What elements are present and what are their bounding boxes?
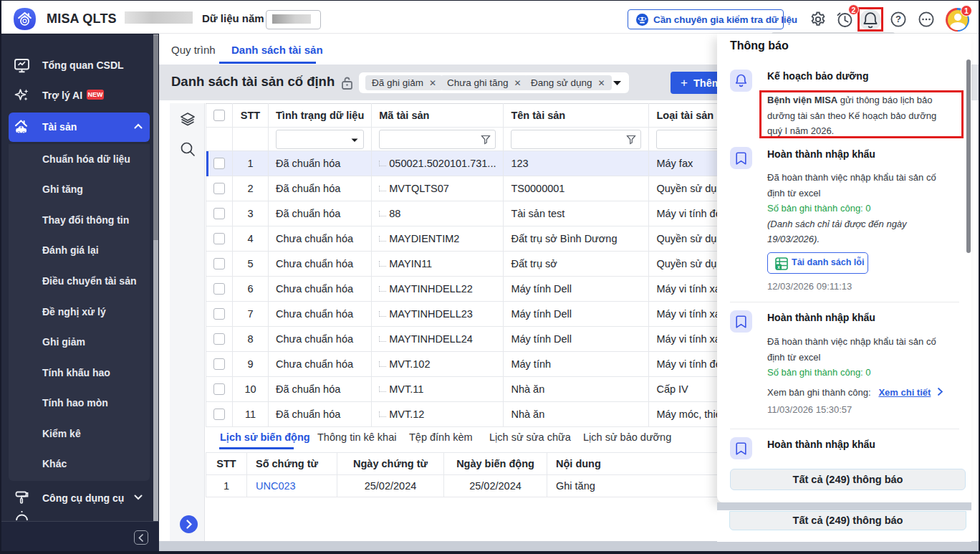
svg-text:x: x — [777, 264, 780, 269]
